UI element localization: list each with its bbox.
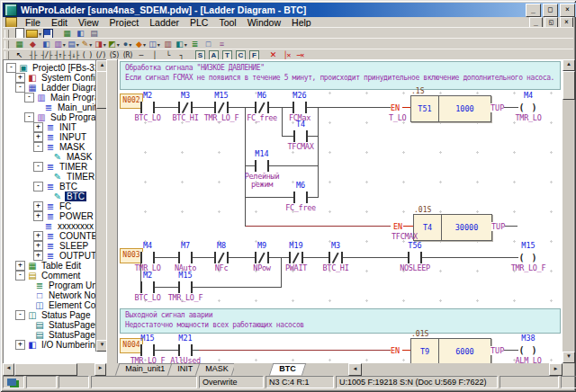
expand-icon[interactable]: + — [33, 241, 43, 251]
expand-icon[interactable]: + — [15, 340, 25, 350]
tab-scroll-right-button[interactable]: ► — [549, 363, 562, 376]
contact-M15-nc[interactable] — [214, 102, 229, 113]
coil-M4[interactable]: ( ) — [518, 102, 538, 114]
ladder-canvas[interactable]: Обработка сигнала "НИЗКОЕ ДАВЛЕНИЕ"Если … — [118, 59, 563, 363]
contact-M21-no[interactable] — [178, 344, 193, 356]
tree-label[interactable]: MASK — [65, 152, 94, 162]
toolbar-grip[interactable] — [4, 30, 9, 38]
dropdown-caret-icon[interactable]: ▾ — [89, 41, 92, 48]
contact-M2-no[interactable] — [140, 102, 155, 113]
dropdown-caret-icon[interactable]: ▾ — [76, 41, 79, 48]
tree-item-statuspage0[interactable]: ▤StatusPage0 — [4, 320, 107, 330]
tree-item-power[interactable]: +≣POWER — [4, 211, 107, 221]
tab-scroll-left-button[interactable]: ◄ — [348, 363, 362, 376]
collapse-icon[interactable]: - — [24, 93, 34, 102]
expand-icon[interactable]: + — [33, 251, 43, 261]
tree-item-mask[interactable]: ✎MASK — [4, 152, 107, 162]
tree-label[interactable]: INIT — [58, 122, 78, 132]
contact-M26-no[interactable] — [292, 102, 307, 113]
tree-label[interactable]: Status Page — [40, 310, 92, 320]
tree-item-status-page[interactable]: -◫Status Page — [4, 310, 107, 320]
contact-M3-nc[interactable] — [328, 252, 343, 263]
collapse-icon[interactable]: - — [33, 182, 43, 192]
collapse-icon[interactable]: - — [33, 142, 43, 152]
contact-M4-no[interactable] — [140, 252, 155, 263]
tree-item-input[interactable]: +≣INPUT — [4, 132, 107, 142]
collapse-icon[interactable]: - — [6, 63, 16, 73]
ladder-scroll-down-button[interactable]: ▼ — [562, 352, 575, 363]
tree-label[interactable]: Network No. — [47, 290, 100, 300]
contact-M6-nc[interactable] — [255, 102, 269, 113]
tree-vertical-scrollbar[interactable]: ▲ ▼ — [95, 60, 106, 352]
tree-item-init[interactable]: +≣INIT — [4, 122, 107, 132]
tree-label[interactable]: POWER — [58, 211, 95, 221]
expand-icon[interactable]: + — [33, 132, 43, 142]
tree-item-xxxxxxxx[interactable]: ≣xxxxxxxx — [4, 221, 107, 231]
contact-T56-no[interactable] — [408, 252, 422, 263]
expand-icon[interactable]: + — [33, 211, 43, 221]
expand-icon[interactable]: + — [15, 261, 25, 271]
ladder-scroll-thumb[interactable] — [562, 71, 575, 100]
tree-item-timer[interactable]: ✎TIMER — [4, 172, 107, 182]
collapse-icon[interactable]: - — [33, 162, 43, 172]
tree-item-statuspage1[interactable]: ▤StatusPage1 — [4, 330, 107, 340]
tree-label[interactable]: Table Edit — [40, 261, 83, 271]
collapse-icon[interactable]: - — [15, 83, 25, 93]
tree-hscroll-right-button[interactable]: ► — [94, 363, 106, 376]
collapse-icon[interactable]: - — [15, 271, 25, 281]
maximize-button[interactable]: □ — [543, 4, 558, 17]
ladder-scroll-up-button[interactable]: ▲ — [562, 59, 575, 71]
tree-item-sub-program[interactable]: -▥Sub Program — [4, 112, 107, 122]
timer-T9[interactable]: T96000 — [410, 338, 491, 363]
expand-icon[interactable]: + — [33, 231, 43, 241]
tree-item-comment[interactable]: -▤Comment — [4, 271, 107, 281]
tree-label[interactable]: FC — [58, 201, 73, 211]
contact-M2-no[interactable] — [140, 281, 155, 293]
contact-T4-no[interactable] — [293, 130, 308, 142]
tree-item-main-unit1[interactable]: ≣Main_unit1 — [4, 102, 107, 112]
coil-M15[interactable]: ( ) — [518, 252, 538, 264]
tree-item-network-no-[interactable]: □Network No. — [4, 290, 107, 300]
tree-item-main-program[interactable]: -▥Main Program — [4, 93, 107, 102]
contact-M3-nc[interactable] — [178, 102, 193, 113]
tree-label[interactable]: BTC — [58, 182, 79, 192]
ladder-vertical-scrollbar[interactable]: ▲ ▼ — [562, 59, 573, 363]
tree-item-btc[interactable]: ✎BTC — [4, 192, 107, 201]
contact-M8-nc[interactable] — [214, 252, 229, 263]
tree-label[interactable]: TIMER — [58, 162, 89, 172]
tree-label[interactable]: MASK — [58, 142, 86, 152]
contact-M9-nc[interactable] — [255, 252, 269, 263]
tree-label[interactable]: BTC — [65, 192, 86, 201]
tree-label[interactable]: OUTPUT — [58, 251, 98, 261]
dropdown-caret-icon[interactable]: ▾ — [104, 41, 106, 48]
tree-hscroll-left-button[interactable]: ◄ — [3, 363, 14, 376]
dropdown-caret-icon[interactable]: ▾ — [158, 41, 160, 48]
tree-label[interactable]: INPUT — [58, 132, 88, 142]
dropdown-caret-icon[interactable]: ▾ — [63, 41, 66, 48]
tree-label[interactable]: SLEEP — [58, 241, 90, 251]
expand-icon[interactable]: + — [33, 201, 43, 211]
tree-item-system-configuration[interactable]: +◧System Configuration — [4, 73, 107, 83]
tree-item-i-o-numbering[interactable]: +◧I/O Numbering — [4, 340, 107, 350]
contact-M6-no[interactable] — [293, 192, 308, 203]
tree-label[interactable]: StatusPage0 — [47, 320, 102, 330]
coil-M38[interactable]: ( ) — [518, 344, 538, 357]
tree-item-counters[interactable]: +≣COUNTERS — [4, 231, 107, 241]
tab-btc[interactable]: BTC — [268, 363, 305, 376]
contact-M15-no[interactable] — [178, 281, 193, 293]
tree-label[interactable]: I/O Numbering — [40, 340, 102, 350]
tree-item-sleep[interactable]: +≣SLEEP — [4, 241, 107, 251]
tree-item-mask[interactable]: -≣MASK — [4, 142, 107, 152]
tree-item-element-comment[interactable]: ◫Element Comment — [4, 300, 107, 310]
expand-icon[interactable]: + — [15, 73, 25, 83]
contact-M7-no[interactable] — [178, 252, 193, 263]
tree-item-btc[interactable]: -≣BTC — [4, 182, 107, 192]
tree-label[interactable]: xxxxxxxx — [56, 221, 95, 231]
ladder-editor[interactable]: Обработка сигнала "НИЗКОЕ ДАВЛЕНИЕ"Если … — [117, 59, 563, 363]
tree-item-ladder-diagram[interactable]: -▦Ladder Diagram — [4, 83, 107, 93]
dropdown-caret-icon[interactable]: ▾ — [129, 41, 131, 48]
dropdown-caret-icon[interactable]: ▾ — [117, 41, 120, 48]
contact-M14-no[interactable] — [255, 160, 269, 172]
toolbar-grip[interactable] — [4, 51, 9, 59]
minimize-button[interactable]: _ — [526, 4, 541, 17]
